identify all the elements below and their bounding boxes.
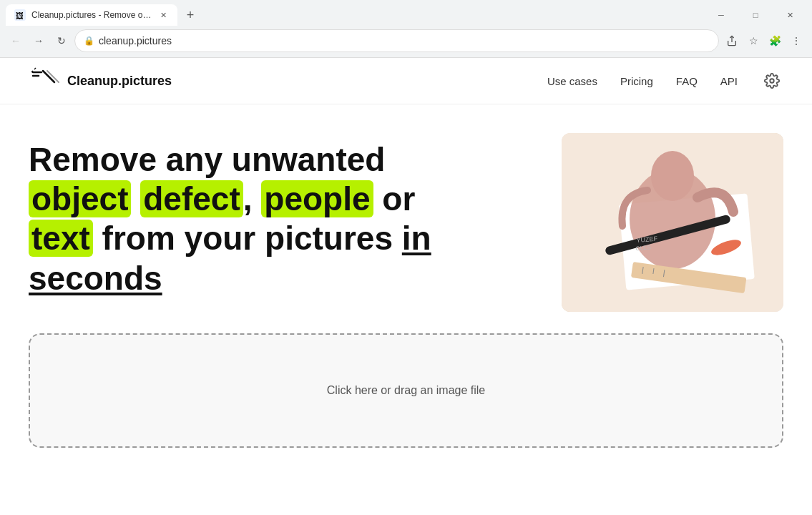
close-button[interactable]: ✕: [773, 4, 806, 26]
highlight-people: people: [261, 180, 373, 217]
maximize-button[interactable]: □: [739, 4, 772, 26]
highlight-text: text: [29, 220, 93, 257]
svg-text:OLES: OLES: [635, 244, 651, 252]
address-bar[interactable]: 🔒 cleanup.pictures: [74, 29, 719, 52]
browser-menu-button[interactable]: ⋮: [786, 31, 806, 51]
new-tab-button[interactable]: +: [180, 5, 200, 25]
settings-button[interactable]: [760, 69, 783, 92]
minimize-button[interactable]: ─: [705, 4, 738, 26]
tab-title: Cleanup.pictures - Remove objec: [31, 10, 152, 20]
tab-favicon-icon: 🖼: [14, 9, 26, 21]
browser-titlebar: 🖼 Cleanup.pictures - Remove objec ✕ + ─ …: [0, 0, 812, 26]
bookmark-button[interactable]: ☆: [743, 31, 763, 51]
comma-1: [131, 180, 140, 217]
extensions-button[interactable]: 🧩: [765, 31, 785, 51]
product-image-svg: YUZEF OLES: [562, 133, 783, 312]
toolbar-right: ☆ 🧩 ⋮: [722, 31, 806, 51]
in-text: in: [402, 220, 431, 257]
highlight-object: object: [29, 180, 131, 217]
nav-faq[interactable]: FAQ: [676, 75, 698, 87]
svg-point-7: [770, 79, 774, 83]
file-drop-zone[interactable]: Click here or drag an image file: [29, 333, 783, 448]
product-image-placeholder: YUZEF OLES: [562, 133, 783, 312]
logo[interactable]: Cleanup.pictures: [29, 65, 172, 97]
svg-line-6: [34, 68, 36, 69]
url-text: cleanup.pictures: [99, 35, 710, 46]
lock-icon: 🔒: [84, 36, 94, 46]
nav-api[interactable]: API: [720, 75, 738, 87]
drop-zone-label: Click here or drag an image file: [327, 384, 485, 397]
reload-button[interactable]: ↻: [52, 31, 72, 51]
drop-zone-wrapper: Click here or drag an image file: [0, 333, 812, 469]
nav-use-cases[interactable]: Use cases: [547, 75, 597, 87]
hero-product-image: YUZEF OLES: [562, 133, 783, 312]
svg-point-11: [651, 151, 694, 201]
hero-heading: Remove any unwanted object defect, peopl…: [29, 140, 533, 298]
hero-text: Remove any unwanted object defect, peopl…: [29, 133, 533, 298]
tab-close-button[interactable]: ✕: [157, 9, 169, 21]
forward-button[interactable]: →: [29, 31, 49, 51]
nav-links: Use cases Pricing FAQ API: [547, 69, 783, 92]
app: Cleanup.pictures Use cases Pricing FAQ A…: [0, 58, 812, 469]
nav-pricing[interactable]: Pricing: [620, 75, 653, 87]
browser-toolbar: ← → ↻ 🔒 cleanup.pictures ☆ 🧩 ⋮: [0, 26, 812, 57]
logo-text: Cleanup.pictures: [67, 74, 172, 89]
share-button[interactable]: [722, 31, 742, 51]
main-nav: Cleanup.pictures Use cases Pricing FAQ A…: [0, 58, 812, 104]
comma-2: ,: [243, 180, 262, 217]
browser-chrome: 🖼 Cleanup.pictures - Remove objec ✕ + ─ …: [0, 0, 812, 58]
gear-icon: [764, 73, 780, 89]
or-text: or: [382, 180, 415, 217]
svg-text:🖼: 🖼: [16, 11, 24, 20]
seconds-text: seconds: [29, 260, 162, 297]
heading-plain-1: Remove any unwanted: [29, 141, 385, 178]
window-controls: ─ □ ✕: [705, 4, 806, 26]
back-button[interactable]: ←: [6, 31, 26, 51]
hero-section: Remove any unwanted object defect, peopl…: [0, 104, 812, 333]
highlight-defect: defect: [140, 180, 243, 217]
from-text: from your pictures: [102, 220, 393, 257]
browser-tab[interactable]: 🖼 Cleanup.pictures - Remove objec ✕: [6, 4, 177, 26]
logo-icon: [29, 65, 60, 97]
